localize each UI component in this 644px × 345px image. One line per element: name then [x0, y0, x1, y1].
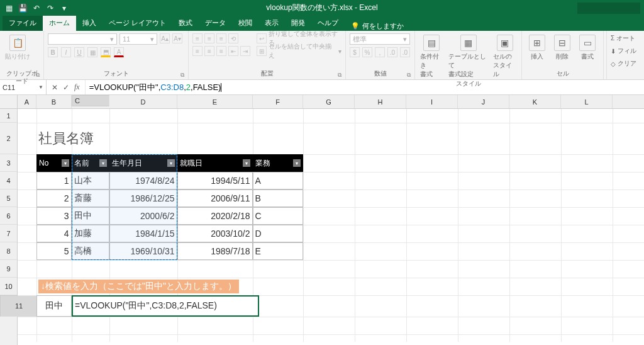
- tab-formulas[interactable]: 数式: [172, 15, 199, 31]
- cell-no[interactable]: 4: [36, 225, 72, 242]
- align-right-icon[interactable]: ≡: [216, 46, 226, 56]
- cell-hire[interactable]: 2020/2/18: [177, 207, 253, 225]
- indent-dec-icon[interactable]: ⇤: [228, 46, 238, 56]
- formula-input[interactable]: =VLOOKUP("田中",C3:D8,2,FALSE): [86, 80, 644, 94]
- row-header-2[interactable]: 2: [0, 123, 17, 154]
- column-header-D[interactable]: D: [109, 95, 177, 108]
- column-header-A[interactable]: A: [18, 95, 36, 108]
- orientation-icon[interactable]: ⟲: [228, 33, 238, 43]
- tab-file[interactable]: ファイル: [3, 15, 43, 31]
- increase-font-icon[interactable]: A▴: [160, 33, 170, 43]
- accounting-icon[interactable]: $: [350, 47, 360, 57]
- row-header-7[interactable]: 7: [0, 225, 17, 242]
- spreadsheet-grid[interactable]: 1234567891011 ABCDEFGHIJKL 社員名簿No▾名前▾生年月…: [0, 95, 644, 345]
- column-header-J[interactable]: J: [458, 95, 509, 108]
- tab-view[interactable]: 表示: [258, 15, 285, 31]
- row-header-9[interactable]: 9: [0, 260, 17, 278]
- row-header-8[interactable]: 8: [0, 242, 17, 260]
- cell-dob[interactable]: 1984/1/15: [109, 225, 177, 242]
- cell-role[interactable]: D: [253, 225, 303, 242]
- cancel-icon[interactable]: ✕: [52, 83, 58, 92]
- cell-dob[interactable]: 1969/10/31: [109, 242, 177, 260]
- row-header-4[interactable]: 4: [0, 172, 17, 189]
- column-header-I[interactable]: I: [406, 95, 458, 108]
- cell-role[interactable]: C: [253, 207, 303, 225]
- column-header-C[interactable]: C: [72, 95, 109, 106]
- column-header-H[interactable]: H: [355, 95, 406, 108]
- clear-button[interactable]: ◇クリア: [611, 59, 640, 69]
- dialog-launcher-icon[interactable]: ⧉: [407, 71, 411, 79]
- filter-icon[interactable]: ▾: [62, 159, 69, 167]
- undo-icon[interactable]: ↶: [31, 3, 42, 13]
- paste-button[interactable]: 📋 貼り付け: [4, 33, 31, 62]
- cell-name[interactable]: 山本: [72, 172, 109, 189]
- tab-insert[interactable]: 挿入: [76, 15, 103, 31]
- tab-help[interactable]: ヘルプ: [311, 15, 345, 31]
- sheet-title[interactable]: 社員名簿: [36, 123, 177, 154]
- comma-icon[interactable]: ,: [375, 47, 385, 57]
- tab-review[interactable]: 校閲: [232, 15, 258, 31]
- column-header-B[interactable]: B: [36, 95, 72, 108]
- tell-me-search[interactable]: 💡 何をしますか: [345, 21, 410, 31]
- active-cell-editor[interactable]: =VLOOKUP("田中",C3:D8,2,FALSE): [72, 295, 259, 317]
- lookup-input-cell[interactable]: 田中: [36, 295, 72, 317]
- cell-hire[interactable]: 1989/7/18: [177, 242, 253, 260]
- column-header-F[interactable]: F: [253, 95, 303, 108]
- name-box-dropdown-icon[interactable]: ▼: [38, 84, 43, 90]
- cell-dob[interactable]: 2000/6/2: [109, 207, 177, 225]
- cell-name[interactable]: 田中: [72, 207, 109, 225]
- cells-area[interactable]: 社員名簿No▾名前▾生年月日▾就職日▾業務▾1山本1974/8/241994/5…: [18, 109, 644, 342]
- align-left-icon[interactable]: ≡: [192, 46, 203, 56]
- cell-name[interactable]: 加藤: [72, 225, 109, 242]
- delete-cells-button[interactable]: ⊟削除: [551, 33, 574, 62]
- cell-no[interactable]: 2: [36, 189, 72, 207]
- autosum-button[interactable]: Σ オート: [611, 33, 640, 43]
- filter-icon[interactable]: ▾: [167, 159, 175, 167]
- align-middle-icon[interactable]: ≡: [204, 33, 214, 43]
- row-header-3[interactable]: 3: [0, 154, 17, 172]
- cell-role[interactable]: B: [253, 189, 303, 207]
- table-header[interactable]: No▾: [36, 154, 72, 172]
- conditional-format-button[interactable]: ▤条件付き 書式: [419, 33, 445, 80]
- table-header[interactable]: 名前▾: [72, 154, 109, 172]
- dialog-launcher-icon[interactable]: ⧉: [338, 71, 341, 79]
- save-icon[interactable]: 💾: [18, 3, 28, 13]
- table-header[interactable]: 生年月日▾: [109, 154, 177, 172]
- font-size-select[interactable]: 11▾: [119, 33, 157, 45]
- cell-styles-button[interactable]: ▣セルの スタイル: [492, 33, 518, 80]
- cell-no[interactable]: 5: [36, 242, 72, 260]
- row-header-6[interactable]: 6: [0, 207, 17, 225]
- table-header[interactable]: 就職日▾: [177, 154, 253, 172]
- dialog-launcher-icon[interactable]: ⧉: [36, 71, 40, 79]
- cell-name[interactable]: 高橋: [72, 242, 109, 260]
- align-bottom-icon[interactable]: ≡: [216, 33, 226, 43]
- font-name-select[interactable]: ▾: [48, 33, 117, 45]
- row-header-1[interactable]: 1: [0, 109, 17, 123]
- italic-button[interactable]: I: [61, 47, 71, 57]
- filter-icon[interactable]: ▾: [99, 159, 107, 167]
- increase-decimal-icon[interactable]: .0: [387, 47, 397, 57]
- column-header-L[interactable]: L: [561, 95, 613, 108]
- format-cells-button[interactable]: ▭書式: [576, 33, 599, 62]
- column-header-G[interactable]: G: [303, 95, 355, 108]
- column-header-E[interactable]: E: [177, 95, 253, 108]
- align-center-icon[interactable]: ≡: [204, 46, 214, 56]
- fill-color-button[interactable]: ⬒: [101, 47, 111, 57]
- merge-center-button[interactable]: ⊞セルを結合して中央揃え▾: [257, 46, 341, 56]
- table-header[interactable]: 業務▾: [253, 154, 303, 172]
- underline-button[interactable]: U: [74, 47, 84, 57]
- bold-button[interactable]: B: [48, 47, 58, 57]
- account-area[interactable]: [577, 3, 640, 14]
- qat-more-icon[interactable]: ▾: [59, 3, 69, 13]
- decrease-font-icon[interactable]: A▾: [172, 33, 182, 43]
- cell-role[interactable]: A: [253, 172, 303, 189]
- cell-no[interactable]: 3: [36, 207, 72, 225]
- tab-data[interactable]: データ: [199, 15, 232, 31]
- note-cell[interactable]: ↓検索値を入力（ここでは"田中"と入力します。）: [36, 278, 303, 295]
- select-all-corner[interactable]: [0, 95, 17, 109]
- cell-dob[interactable]: 1986/12/25: [109, 189, 177, 207]
- dialog-launcher-icon[interactable]: ⧉: [180, 71, 184, 79]
- format-as-table-button[interactable]: ▦テーブルとして 書式設定: [447, 33, 490, 80]
- row-header-10[interactable]: 10: [0, 278, 17, 295]
- fill-button[interactable]: ⬇フィル: [611, 46, 640, 56]
